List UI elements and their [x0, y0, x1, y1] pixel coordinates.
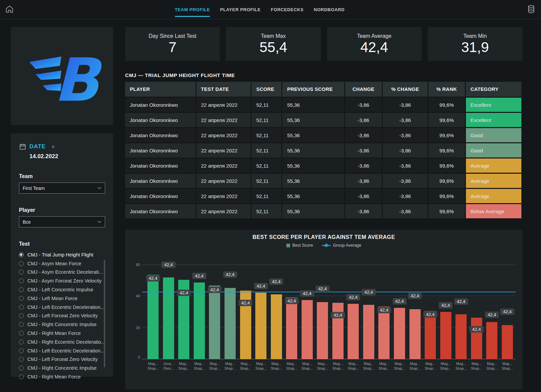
- tab-nordboard[interactable]: NORDBOARD: [314, 0, 345, 19]
- cell-player[interactable]: Jonatan Okoronnkwo: [125, 189, 195, 203]
- cell-score[interactable]: 52,11: [252, 158, 281, 173]
- cell-previous_score[interactable]: 55,36: [282, 143, 344, 157]
- tab-forcedecks[interactable]: FORCEDECKS: [271, 0, 304, 19]
- cell-player[interactable]: Jonatan Okoronnkwo: [125, 143, 195, 157]
- bar[interactable]: [348, 304, 359, 359]
- test-option-1[interactable]: CMJ - Asym Mean Force: [19, 259, 105, 268]
- cell-pct_change[interactable]: -3,86: [383, 204, 427, 218]
- test-option-11[interactable]: CMJ - Left Eccentric Deceleration...: [19, 346, 105, 355]
- cell-score[interactable]: 52,11: [252, 189, 281, 203]
- cell-player[interactable]: Jonatan Okoronnkwo: [125, 128, 195, 142]
- bar[interactable]: [286, 297, 297, 359]
- cell-category[interactable]: Below Average: [466, 204, 521, 218]
- legend-item-best-score[interactable]: Best Score: [286, 243, 313, 248]
- cell-score[interactable]: 52,11: [252, 98, 281, 112]
- cell-change[interactable]: -3,86: [345, 113, 382, 127]
- cell-score[interactable]: 52,11: [252, 113, 281, 127]
- cell-previous_score[interactable]: 55,36: [282, 98, 344, 112]
- bar[interactable]: [440, 312, 451, 359]
- bar[interactable]: [302, 300, 313, 359]
- bar[interactable]: [147, 275, 159, 359]
- database-icon[interactable]: [527, 4, 536, 14]
- table-row[interactable]: Jonatan Okoronnkwo22 апреля 202252,1155,…: [125, 113, 521, 127]
- test-option-5[interactable]: CMJ - Left Mean Force: [19, 294, 105, 303]
- table-row[interactable]: Jonatan Okoronnkwo22 апреля 202252,1155,…: [125, 204, 521, 218]
- column-header-player[interactable]: PLAYER: [125, 82, 195, 97]
- cell-score[interactable]: 52,11: [252, 143, 281, 157]
- cell-score[interactable]: 52,11: [252, 204, 281, 218]
- cell-previous_score[interactable]: 55,36: [282, 128, 344, 142]
- team-dropdown[interactable]: First Team: [19, 182, 105, 194]
- cell-change[interactable]: -3,86: [345, 189, 382, 203]
- bar[interactable]: [163, 277, 174, 359]
- cell-change[interactable]: -3,86: [345, 174, 382, 188]
- table-row[interactable]: Jonatan Okoronnkwo22 апреля 202252,1155,…: [125, 189, 521, 203]
- cell-pct_change[interactable]: -3,86: [383, 158, 427, 173]
- cell-previous_score[interactable]: 55,36: [282, 189, 344, 203]
- home-icon[interactable]: [5, 4, 14, 14]
- cell-change[interactable]: -3,86: [345, 158, 382, 173]
- column-header-change[interactable]: CHANGE: [345, 82, 382, 97]
- bar[interactable]: [425, 311, 436, 359]
- test-option-10[interactable]: CMJ - Right Eccentric Deceleratio...: [19, 338, 105, 346]
- cell-category[interactable]: Average: [466, 189, 521, 203]
- cell-category[interactable]: Excellent: [466, 113, 521, 127]
- test-option-7[interactable]: CMJ - Left Forceat Zero Velocity: [19, 312, 105, 320]
- bar[interactable]: [332, 303, 344, 359]
- cell-category[interactable]: Good: [466, 128, 521, 142]
- test-option-2[interactable]: CMJ - Asym Eccentric Decelerati...: [19, 268, 105, 277]
- test-option-8[interactable]: CMJ - Right Concentric Impulse: [19, 320, 105, 329]
- bar[interactable]: [225, 288, 236, 359]
- table-row[interactable]: Jonatan Okoronnkwo22 апреля 202252,1155,…: [125, 143, 521, 157]
- cell-test_date[interactable]: 22 апреля 2022: [196, 158, 251, 173]
- cell-score[interactable]: 52,11: [252, 128, 281, 142]
- bar[interactable]: [502, 325, 513, 359]
- cell-previous_score[interactable]: 55,36: [282, 113, 344, 127]
- bar[interactable]: [486, 322, 497, 359]
- cell-player[interactable]: Jonatan Okoronnkwo: [125, 174, 195, 188]
- cell-pct_rank[interactable]: 99,6%: [428, 128, 465, 142]
- legend-item-group-average[interactable]: Group Average: [322, 243, 361, 248]
- cell-change[interactable]: -3,86: [345, 128, 382, 142]
- cell-change[interactable]: -3,86: [345, 98, 382, 112]
- cell-pct_change[interactable]: -3,86: [383, 128, 427, 142]
- column-header-test-date[interactable]: TEST DATE: [196, 82, 251, 97]
- column-header-change[interactable]: % CHANGE: [383, 82, 427, 97]
- bar[interactable]: [378, 307, 390, 359]
- cell-test_date[interactable]: 22 апреля 2022: [196, 113, 251, 127]
- cell-player[interactable]: Jonatan Okoronnkwo: [125, 98, 195, 112]
- tab-player-profile[interactable]: PLAYER PROFILE: [220, 0, 261, 19]
- column-header-previous-score[interactable]: PREVIOUS SCORE: [282, 82, 344, 97]
- cell-pct_change[interactable]: -3,86: [383, 189, 427, 203]
- bar[interactable]: [409, 309, 421, 359]
- cell-player[interactable]: Jonatan Okoronnkwo: [125, 204, 195, 218]
- cell-previous_score[interactable]: 55,36: [282, 158, 344, 173]
- cell-pct_rank[interactable]: 99,6%: [428, 158, 465, 173]
- cell-pct_rank[interactable]: 99,6%: [428, 189, 465, 203]
- cell-category[interactable]: Average: [466, 158, 521, 173]
- bar[interactable]: [363, 305, 374, 359]
- cell-pct_change[interactable]: -3,86: [383, 113, 427, 127]
- bar[interactable]: [209, 286, 220, 359]
- cell-test_date[interactable]: 22 апреля 2022: [196, 143, 251, 157]
- table-row[interactable]: Jonatan Okoronnkwo22 апреля 202252,1155,…: [125, 174, 521, 188]
- column-header-score[interactable]: SCORE: [252, 82, 281, 97]
- cell-category[interactable]: Good: [466, 143, 521, 157]
- tab-team-profile[interactable]: TEAM PROFILE: [175, 0, 210, 19]
- bar[interactable]: [471, 318, 482, 359]
- cell-pct_rank[interactable]: 99,6%: [428, 113, 465, 127]
- cell-test_date[interactable]: 22 апреля 2022: [196, 189, 251, 203]
- cell-pct_change[interactable]: -3,86: [383, 143, 427, 157]
- cell-pct_rank[interactable]: 99,6%: [428, 98, 465, 112]
- cell-previous_score[interactable]: 55,36: [282, 174, 344, 188]
- cell-pct_rank[interactable]: 99,6%: [428, 204, 465, 218]
- table-row[interactable]: Jonatan Okoronnkwo22 апреля 202252,1155,…: [125, 98, 521, 112]
- test-list-scrollbar[interactable]: [104, 260, 105, 367]
- cell-category[interactable]: Excellent: [466, 98, 521, 112]
- column-header-rank[interactable]: % RANK: [428, 82, 465, 97]
- cell-pct_change[interactable]: -3,86: [383, 98, 427, 112]
- test-option-13[interactable]: CMJ - Right Concentric Impulse: [19, 364, 105, 372]
- bar[interactable]: [394, 308, 405, 359]
- test-option-6[interactable]: CMJ - Left Eccentric Deceleration...: [19, 303, 105, 312]
- test-option-12[interactable]: CMJ - Left Forceat Zero Velocity: [19, 355, 105, 364]
